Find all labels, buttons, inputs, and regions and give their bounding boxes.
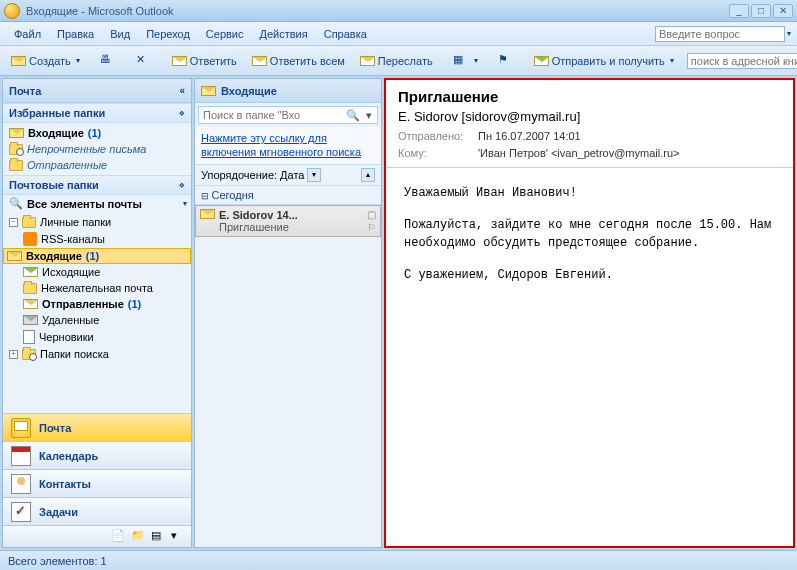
- maximize-button[interactable]: □: [751, 4, 771, 18]
- fav-collapse-icon: ⋄: [179, 108, 185, 118]
- new-label: Создать: [29, 55, 71, 67]
- app-orb-icon: [4, 3, 20, 19]
- print-icon: 🖶: [100, 53, 116, 69]
- tree-junk[interactable]: Нежелательная почта: [3, 280, 191, 296]
- menu-go[interactable]: Переход: [138, 26, 198, 42]
- tree-personal-folders[interactable]: − Личные папки: [3, 214, 191, 230]
- group-today[interactable]: ⊟ Сегодня: [195, 186, 381, 205]
- tree-drafts[interactable]: Черновики: [3, 328, 191, 346]
- delete-button[interactable]: ✕: [129, 50, 159, 72]
- ask-question-input[interactable]: [655, 26, 785, 42]
- message-list-pane: Входящие 🔍 ▾ Нажмите эту ссылку для вклю…: [194, 78, 382, 548]
- address-book-search[interactable]: [687, 53, 797, 69]
- ask-dropdown[interactable]: ▾: [787, 29, 791, 38]
- flag-icon: ⚑: [498, 53, 514, 69]
- forward-button[interactable]: Переслать: [353, 52, 440, 70]
- category-icon[interactable]: ▢: [367, 209, 376, 220]
- search-folder-icon: [9, 144, 23, 155]
- fav-unread[interactable]: Непрочтенные письма: [3, 141, 191, 157]
- message-header: Приглашение E. Sidorov [sidorov@mymail.r…: [386, 80, 793, 168]
- menu-help[interactable]: Справка: [316, 26, 375, 42]
- arrange-label: Упорядочение: Дата: [201, 169, 304, 181]
- mail-nav-label: Почта: [39, 422, 71, 434]
- all-mail-items[interactable]: 🔍 Все элементы почты ▾: [3, 195, 191, 212]
- search-icon[interactable]: 🔍: [345, 109, 361, 122]
- folder-search[interactable]: 🔍 ▾: [198, 106, 378, 124]
- tree-outbox-label: Исходящие: [42, 266, 100, 278]
- navbtn-contacts[interactable]: Контакты: [3, 469, 191, 497]
- tree-outbox[interactable]: Исходящие: [3, 264, 191, 280]
- instant-search-hint[interactable]: Нажмите эту ссылку для включения мгновен…: [195, 127, 381, 165]
- shortcuts-nav-icon[interactable]: ▤: [151, 529, 167, 545]
- tree-deleted-label: Удаленные: [42, 314, 99, 326]
- search-dropdown-icon[interactable]: ▾: [361, 109, 377, 122]
- menu-actions[interactable]: Действия: [252, 26, 316, 42]
- today-label: Сегодня: [212, 189, 254, 201]
- personal-folders-label: Личные папки: [40, 216, 111, 228]
- tree-sent-label: Отправленные: [42, 298, 124, 310]
- fav-sent[interactable]: Отправленные: [3, 157, 191, 173]
- print-button[interactable]: 🖶: [93, 50, 123, 72]
- window-titlebar: Входящие - Microsoft Outlook _ □ ✕: [0, 0, 797, 22]
- close-button[interactable]: ✕: [773, 4, 793, 18]
- new-mail-icon: [11, 56, 26, 66]
- tree-search-folders[interactable]: + Папки поиска: [3, 346, 191, 362]
- rss-label: RSS-каналы: [41, 233, 105, 245]
- fav-inbox-label: Входящие: [28, 127, 84, 139]
- collapse-icon[interactable]: −: [9, 218, 18, 227]
- arrange-dropdown[interactable]: ▾: [307, 168, 321, 182]
- followup-button[interactable]: ⚑: [491, 50, 521, 72]
- main-toolbar: Создать ▾ 🖶 ✕ Ответить Ответить всем Пер…: [0, 46, 797, 76]
- mail-folders-header[interactable]: Почтовые папки ⋄: [3, 175, 191, 195]
- message-item[interactable]: E. Sidorov 14... Приглашение ▢ ⚐: [195, 205, 381, 237]
- message-sender: E. Sidorov [sidorov@mymail.ru]: [398, 109, 781, 124]
- arrange-by[interactable]: Упорядочение: Дата ▾ ▴: [195, 165, 381, 186]
- menu-tools[interactable]: Сервис: [198, 26, 252, 42]
- send-receive-button[interactable]: Отправить и получить ▾: [527, 52, 681, 70]
- body-p1: Уважаемый Иван Иванович!: [404, 184, 775, 202]
- notes-nav-icon[interactable]: 📄: [111, 529, 127, 545]
- inbox-icon: [7, 251, 22, 261]
- forward-label: Переслать: [378, 55, 433, 67]
- reply-button[interactable]: Ответить: [165, 52, 244, 70]
- sort-order-button[interactable]: ▴: [361, 168, 375, 182]
- tree-deleted[interactable]: Удаленные: [3, 312, 191, 328]
- tree-inbox[interactable]: Входящие (1): [3, 248, 191, 264]
- categorize-icon: ▦: [453, 53, 469, 69]
- tree-rss[interactable]: RSS-каналы: [3, 230, 191, 248]
- tree-sent[interactable]: Отправленные (1): [3, 296, 191, 312]
- navbtn-tasks[interactable]: Задачи: [3, 497, 191, 525]
- fav-inbox-count: (1): [88, 127, 101, 139]
- expand-icon[interactable]: +: [9, 350, 18, 359]
- message-subject-heading: Приглашение: [398, 88, 781, 105]
- nav-config-icon[interactable]: ▾: [171, 529, 187, 545]
- navbtn-calendar[interactable]: Календарь: [3, 441, 191, 469]
- navbtn-mail[interactable]: Почта: [3, 413, 191, 441]
- folder-search-input[interactable]: [199, 107, 345, 123]
- menu-view[interactable]: Вид: [102, 26, 138, 42]
- status-bar: Всего элементов: 1: [0, 550, 797, 570]
- reply-all-button[interactable]: Ответить всем: [245, 52, 352, 70]
- body-p3: С уважением, Сидоров Евгений.: [404, 266, 775, 284]
- tree-sent-count: (1): [128, 298, 141, 310]
- minimize-button[interactable]: _: [729, 4, 749, 18]
- body-p2: Пожалуйста, зайдите ко мне сегодня после…: [404, 216, 775, 252]
- categorize-button[interactable]: ▦▾: [446, 50, 485, 72]
- new-button[interactable]: Создать ▾: [4, 52, 87, 70]
- nav-collapse-button[interactable]: «: [179, 85, 185, 96]
- message-body[interactable]: Уважаемый Иван Иванович! Пожалуйста, зай…: [386, 168, 793, 546]
- personal-folders-icon: [22, 217, 36, 228]
- inbox-icon: [9, 128, 24, 138]
- message-unread-icon: [200, 209, 215, 219]
- menu-edit[interactable]: Правка: [49, 26, 102, 42]
- navigation-pane: Почта « Избранные папки ⋄ Входящие (1) Н…: [2, 78, 192, 548]
- status-text: Всего элементов: 1: [8, 555, 107, 567]
- menu-file[interactable]: Файл: [6, 26, 49, 42]
- flag-icon[interactable]: ⚐: [367, 222, 376, 233]
- message-subject: Приглашение: [219, 221, 363, 233]
- sent-value: Пн 16.07.2007 14:01: [478, 128, 581, 145]
- fav-inbox[interactable]: Входящие (1): [3, 125, 191, 141]
- folders-nav-icon[interactable]: 📁: [131, 529, 147, 545]
- calendar-nav-icon: [11, 446, 31, 466]
- favorites-header[interactable]: Избранные папки ⋄: [3, 103, 191, 123]
